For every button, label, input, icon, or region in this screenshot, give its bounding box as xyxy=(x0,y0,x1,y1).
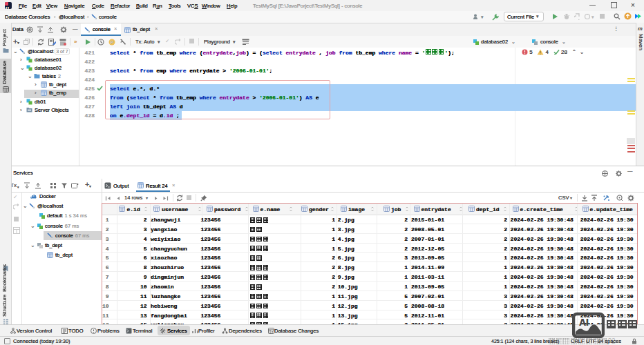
svg-text:AI: AI xyxy=(579,317,589,328)
svg-text:P: P xyxy=(111,40,114,45)
